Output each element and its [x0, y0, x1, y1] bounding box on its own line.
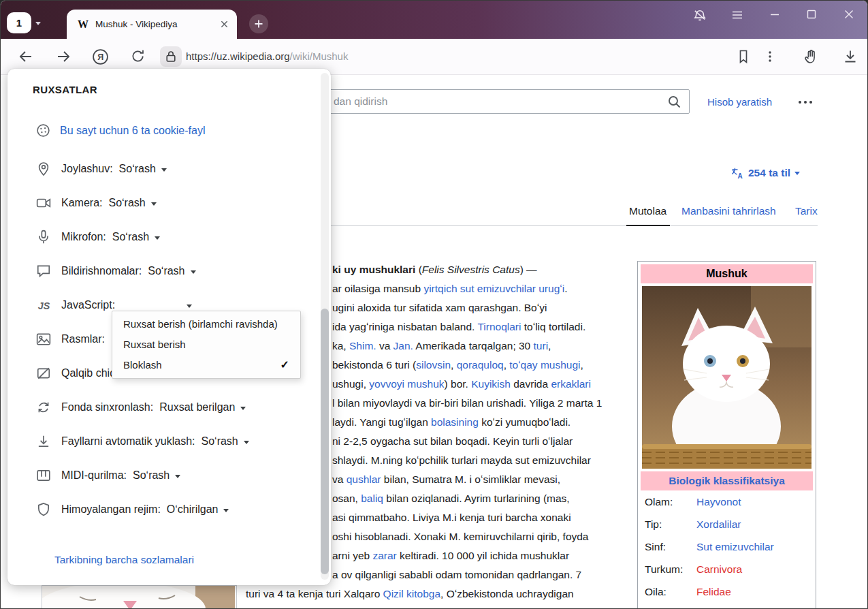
- article-link[interactable]: erkaklari: [551, 378, 591, 390]
- address-bar[interactable]: https://uz.wikipedia.org/wiki/Mushuk: [186, 50, 348, 62]
- panel-scrollbar-thumb[interactable]: [321, 309, 329, 574]
- article-text-segment: ki uy mushuklari: [332, 264, 415, 275]
- chevron-down-icon[interactable]: [187, 304, 192, 311]
- article-link[interactable]: zarar: [372, 550, 396, 561]
- permission-value[interactable]: Soʻrash: [202, 435, 238, 448]
- active-tab-underline: [626, 225, 670, 226]
- classification-value-link[interactable]: Xordalilar: [696, 518, 741, 531]
- article-text-segment: davrida: [511, 378, 551, 390]
- permission-value[interactable]: Oʻchirilgan: [167, 503, 219, 516]
- cookie-row[interactable]: Bu sayt uchun 6 ta cookie-fayl: [36, 123, 205, 138]
- chevron-down-icon[interactable]: [223, 509, 229, 515]
- user-menu-more-icon[interactable]: [799, 101, 812, 104]
- article-link[interactable]: Shim.: [349, 340, 376, 352]
- article-link[interactable]: Kuyikish: [471, 378, 511, 390]
- menu-item[interactable]: Ruxsat berish (birlamchi ravishda): [112, 314, 300, 334]
- permission-value[interactable]: Soʻrash: [148, 265, 184, 277]
- reload-icon[interactable]: [130, 48, 146, 65]
- article-link[interactable]: bolasining: [431, 416, 479, 428]
- create-account-link[interactable]: Hisob yaratish: [707, 96, 772, 108]
- menu-hamburger-icon[interactable]: [730, 8, 745, 23]
- yandex-icon[interactable]: Я: [92, 48, 108, 65]
- article-text-segment: keltiradi. 10 000 yil ichida mushuklar: [397, 550, 569, 561]
- menu-item[interactable]: Bloklash✓: [112, 355, 300, 375]
- notification-icon: [36, 264, 51, 279]
- article-text-segment: toʻliq tortiladi.: [521, 321, 585, 332]
- downloads-icon[interactable]: [842, 48, 858, 65]
- chevron-down-icon[interactable]: [191, 270, 196, 277]
- article-text-segment: ni 2-2,5 oygacha sut bilan boqadi. Keyin…: [332, 435, 573, 447]
- check-icon: ✓: [280, 355, 289, 375]
- chevron-down-icon[interactable]: [175, 475, 180, 481]
- site-permissions-lock-button[interactable]: [160, 46, 182, 67]
- search-icon[interactable]: [667, 95, 681, 109]
- classification-value-link[interactable]: Sut emizuvchilar: [696, 541, 774, 553]
- article-link[interactable]: Jan.: [393, 340, 413, 352]
- article-text-segment: va: [376, 340, 393, 352]
- permission-row: Kamera:Soʻrash: [36, 186, 304, 220]
- article-text-segment: ar oilasiga mansub: [332, 283, 423, 294]
- article-link[interactable]: qoraquloq: [457, 359, 504, 371]
- minimize-icon[interactable]: [769, 8, 784, 23]
- browser-tab[interactable]: W Mushuk - Vikipediya: [67, 10, 237, 39]
- article-line: arni yeb zarar keltiradi. 10 000 yil ich…: [332, 546, 569, 565]
- classification-rows: Olam:HayvonotTip:XordalilarSinf:Sut emiz…: [641, 490, 813, 603]
- content-settings-link[interactable]: Tarkibning barcha sozlamalari: [54, 554, 194, 566]
- classification-value-link[interactable]: Hayvonot: [696, 496, 741, 508]
- article-link[interactable]: qushlar: [347, 473, 381, 485]
- tab-read[interactable]: Mutolaa: [629, 205, 666, 217]
- tab-group-button[interactable]: 1: [7, 12, 31, 33]
- classification-value-link[interactable]: Carnivora: [696, 563, 742, 576]
- classification-header[interactable]: Biologik klassifikatsiya: [641, 471, 813, 490]
- tab-close-icon[interactable]: [220, 20, 229, 29]
- tab-group-chevron-icon[interactable]: [35, 22, 41, 28]
- article-link[interactable]: toʻqay mushugi: [509, 359, 580, 371]
- article-link[interactable]: Tirnoqlari: [477, 321, 521, 332]
- permission-value[interactable]: Ruxsat berilgan: [159, 401, 235, 413]
- chevron-down-icon[interactable]: [161, 168, 167, 174]
- more-vertical-icon[interactable]: [763, 48, 779, 65]
- tab-edit-source[interactable]: Manbasini tahrirlash: [681, 205, 776, 217]
- permission-label: Fonda sinxronlash:: [61, 401, 153, 413]
- images-icon: [36, 332, 51, 347]
- cookie-link[interactable]: Bu sayt uchun 6 ta cookie-fayl: [60, 125, 205, 137]
- article-link[interactable]: silovsin: [416, 359, 451, 371]
- classification-row: Sinf:Sut emizuvchilar: [641, 535, 813, 558]
- back-icon[interactable]: [18, 48, 34, 65]
- permission-value[interactable]: Soʻrash: [108, 197, 145, 209]
- maximize-icon[interactable]: [805, 8, 820, 23]
- classification-value-link[interactable]: Felidae: [696, 586, 731, 598]
- close-icon[interactable]: [843, 8, 858, 23]
- chevron-down-icon[interactable]: [151, 202, 157, 208]
- article-line: ki uy mushuklari (Felis Silvestris Catus…: [332, 260, 537, 279]
- notifications-off-icon[interactable]: [692, 8, 707, 23]
- chevron-down-icon[interactable]: [244, 441, 249, 447]
- article-text-segment: Amerikada tarqalgan; 30: [413, 340, 534, 352]
- permission-value[interactable]: Soʻrash: [119, 163, 156, 175]
- article-link[interactable]: baliq: [361, 493, 383, 504]
- permission-label: Rasmlar:: [61, 333, 105, 345]
- article-link[interactable]: yirtqich sut emizuvchilar urugʻi: [423, 283, 564, 294]
- article-text-segment: ,: [581, 359, 583, 371]
- new-tab-button[interactable]: [249, 14, 268, 33]
- permission-value[interactable]: Soʻrash: [112, 231, 149, 243]
- tab-history[interactable]: Tarix: [795, 205, 818, 217]
- article-link[interactable]: yovvoyi mushuk: [369, 378, 444, 390]
- article-link[interactable]: turi: [534, 340, 549, 352]
- chevron-down-icon[interactable]: [240, 407, 246, 413]
- bookmark-icon[interactable]: [736, 48, 752, 65]
- menu-item[interactable]: Ruxsat berish: [112, 334, 300, 355]
- article-link[interactable]: Qizil kitobga: [383, 588, 440, 599]
- chevron-down-icon[interactable]: [155, 236, 160, 243]
- browser-window: 1 W Mushuk - Vikipediya: [0, 0, 868, 609]
- permission-label: MIDI-qurilma:: [61, 469, 127, 482]
- article-cat-thumbnail[interactable]: [42, 585, 237, 609]
- article-line: va qushlar bilan, Sumatra M. i oʻsimlikl…: [332, 470, 560, 489]
- permission-label: Himoyalangan rejim:: [61, 503, 161, 516]
- language-selector[interactable]: A 254 ta til: [730, 166, 800, 180]
- article-text-segment: ,: [548, 340, 551, 352]
- permission-row: Joylashuv:Soʻrash: [36, 152, 304, 186]
- forward-icon[interactable]: [55, 48, 71, 65]
- hand-gesture-icon[interactable]: [803, 48, 819, 65]
- permission-value[interactable]: Soʻrash: [133, 469, 170, 482]
